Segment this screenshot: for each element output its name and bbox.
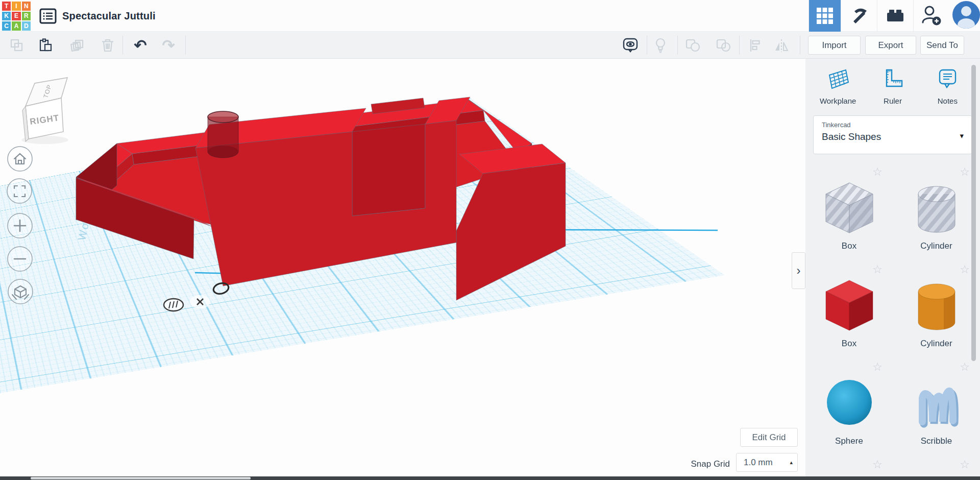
- send-to-button[interactable]: Send To: [920, 36, 964, 55]
- shape-gallery: ☆ Box ☆: [805, 163, 980, 480]
- shape-name: Box: [842, 339, 856, 349]
- bottom-scroll-track: [0, 476, 980, 480]
- shape-tile-cylinder-orange[interactable]: ☆ Cylinder: [893, 261, 980, 358]
- notes-tool-icon: [935, 67, 960, 93]
- home-view-button[interactable]: [8, 147, 32, 171]
- toolbar-separator: [739, 36, 740, 55]
- align-icon[interactable]: [744, 32, 766, 59]
- lightbulb-icon[interactable]: [649, 32, 672, 59]
- favorite-star-icon[interactable]: ☆: [960, 458, 970, 471]
- edit-grid-button[interactable]: Edit Grid: [740, 428, 798, 447]
- mirror-icon[interactable]: [770, 32, 793, 59]
- viewport-3d[interactable]: Workplane: [0, 59, 805, 477]
- logo-letter: N: [22, 2, 31, 11]
- view-cube[interactable]: TOP RIGHT: [21, 78, 68, 144]
- shape-name: Box: [842, 241, 856, 251]
- duplicate-icon[interactable]: [66, 32, 89, 59]
- show-all-icon[interactable]: [619, 32, 642, 59]
- chevron-down-icon: ▾: [960, 131, 964, 140]
- shape-tile-box-hole[interactable]: ☆ Box: [805, 163, 893, 261]
- minecraft-pickaxe-icon[interactable]: [841, 0, 877, 32]
- notes-tool[interactable]: Notes: [922, 67, 973, 105]
- design-menu-icon[interactable]: [39, 8, 57, 25]
- perspective-toggle-button[interactable]: [8, 279, 33, 304]
- toolbar-separator: [800, 36, 800, 55]
- tinkercad-logo[interactable]: T I N K E R C A D: [2, 2, 31, 31]
- shape-tile-scribble[interactable]: ☆ Scribble: [893, 358, 980, 456]
- snap-grid-select[interactable]: 1.0 mm ▴: [736, 453, 798, 472]
- panel-scrollbar[interactable]: [971, 65, 976, 361]
- toolbar-separator: [677, 36, 678, 55]
- import-button[interactable]: Import: [808, 36, 861, 55]
- axis-line-right: [566, 230, 718, 230]
- logo-letter: I: [12, 2, 20, 11]
- notes-tool-label: Notes: [938, 97, 958, 105]
- workplane-grip-handle[interactable]: [163, 298, 184, 311]
- delete-icon[interactable]: [96, 32, 119, 59]
- paste-icon[interactable]: [34, 32, 57, 59]
- logo-letter: C: [2, 21, 11, 31]
- design-title[interactable]: Spectacular Juttuli: [62, 0, 156, 32]
- shape-library-select[interactable]: Tinkercad Basic Shapes ▾: [813, 115, 972, 154]
- favorite-star-icon[interactable]: ☆: [872, 361, 883, 374]
- close-x-handle[interactable]: [190, 295, 210, 308]
- redo-icon[interactable]: ↷: [157, 32, 180, 59]
- library-brand-label: Tinkercad: [822, 121, 964, 129]
- app-header: T I N K E R C A D Spectacular Juttuli: [0, 0, 980, 32]
- dashboard-grid-icon[interactable]: [809, 0, 841, 32]
- favorite-star-icon[interactable]: ☆: [872, 263, 883, 276]
- undo-icon[interactable]: ↶: [129, 32, 152, 59]
- shape-tile-sphere[interactable]: ☆ Sphere: [805, 358, 893, 456]
- ruler-tool-label: Ruler: [884, 97, 902, 105]
- library-selected-value: Basic Shapes: [822, 131, 964, 142]
- brick-lego-icon[interactable]: [877, 0, 913, 32]
- snap-grid-label: Snap Grid: [648, 459, 730, 469]
- toolbar-separator: [185, 36, 186, 55]
- logo-letter: E: [12, 12, 20, 21]
- logo-letter: T: [2, 2, 11, 11]
- workplane-tool-icon: [825, 67, 851, 93]
- add-collaborator-icon[interactable]: [914, 0, 949, 32]
- logo-letter: D: [22, 21, 31, 31]
- cylinder-hole-shape[interactable]: [208, 111, 238, 158]
- logo-letter: K: [2, 12, 11, 21]
- panel-collapse-button[interactable]: ›: [792, 252, 805, 289]
- scene-3d: Workplane: [0, 59, 805, 477]
- shape-name: Scribble: [921, 436, 952, 446]
- copy-icon[interactable]: [6, 32, 28, 59]
- favorite-star-icon[interactable]: ☆: [872, 458, 883, 471]
- chevron-up-icon: ▴: [790, 459, 793, 466]
- shape-name: Sphere: [835, 436, 863, 446]
- origin-ring-handle[interactable]: [212, 282, 230, 296]
- zoom-out-button[interactable]: [8, 247, 32, 271]
- shape-tile-box-red[interactable]: ☆ Box: [805, 261, 893, 358]
- logo-letter: A: [12, 21, 20, 31]
- workplane-tool[interactable]: Workplane: [813, 67, 864, 105]
- toolbar: ↶ ↷: [0, 32, 980, 59]
- shape-tile-cylinder-hole[interactable]: ☆ Cylinder: [893, 163, 980, 261]
- export-button[interactable]: Export: [865, 36, 916, 55]
- shapes-panel: Workplane Ruler Notes: [805, 59, 980, 480]
- ruler-tool[interactable]: Ruler: [867, 67, 918, 105]
- horizontal-scrollbar-thumb[interactable]: [31, 477, 251, 479]
- workplane-tool-label: Workplane: [820, 97, 856, 105]
- ruler-tool-icon: [880, 67, 905, 93]
- zoom-in-button[interactable]: [8, 213, 32, 238]
- favorite-star-icon[interactable]: ☆: [960, 263, 970, 276]
- toolbar-separator: [647, 36, 647, 55]
- snap-grid-value: 1.0 mm: [744, 458, 773, 468]
- group-icon[interactable]: [681, 32, 704, 59]
- favorite-star-icon[interactable]: ☆: [960, 165, 970, 179]
- nav-controls: [7, 147, 33, 304]
- toolbar-separator: [122, 36, 123, 55]
- avatar[interactable]: [949, 0, 980, 32]
- shape-name: Cylinder: [920, 339, 952, 349]
- favorite-star-icon[interactable]: ☆: [960, 361, 970, 374]
- shape-name: Cylinder: [920, 241, 952, 251]
- logo-letter: R: [22, 12, 31, 21]
- favorite-star-icon[interactable]: ☆: [872, 165, 883, 179]
- fit-view-button[interactable]: [7, 179, 32, 203]
- ungroup-icon[interactable]: [712, 32, 734, 59]
